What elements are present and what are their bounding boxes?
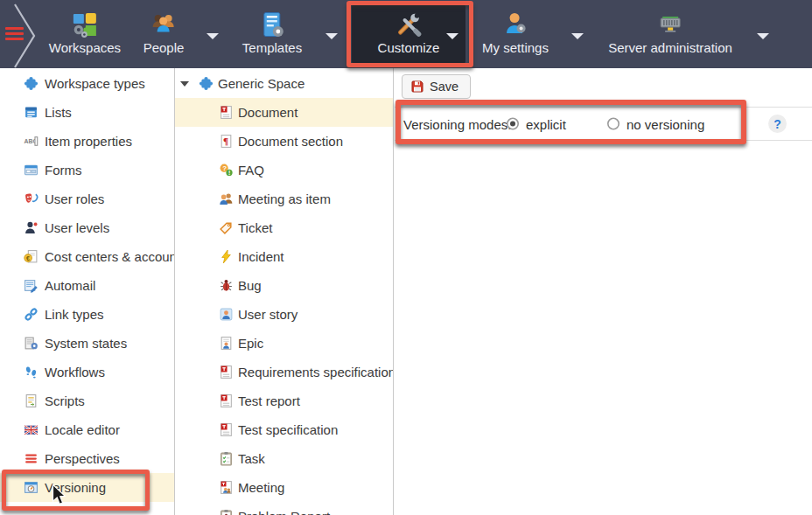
svg-text:!: ! <box>228 170 230 176</box>
generic-space-icon <box>199 76 214 91</box>
sidebar-item-user-roles[interactable]: User roles <box>0 184 174 213</box>
templates-icon <box>258 10 286 38</box>
tree-item-document-section[interactable]: ¶Document section <box>175 127 393 156</box>
versioning-icon <box>24 480 38 495</box>
automail-icon <box>24 278 38 293</box>
radio-explicit[interactable]: explicit <box>506 116 566 131</box>
sidebar-item-system-states[interactable]: System states <box>0 329 174 358</box>
sidebar-item-label: User roles <box>45 191 104 206</box>
user-story-icon <box>219 307 234 322</box>
meeting-as-item-icon <box>219 191 234 206</box>
sidebar-item-workspace-types[interactable]: Workspace types <box>0 69 174 98</box>
tree-item-faq[interactable]: ?!FAQ <box>175 156 393 184</box>
nav-item-server-administration[interactable]: Server administration <box>608 0 732 68</box>
tree-item-label: Problem Report <box>238 509 330 515</box>
sidebar-item-cost-centers-account[interactable]: €Cost centers & account <box>0 242 174 271</box>
link-types-icon <box>24 307 38 322</box>
nav-item-workspaces[interactable]: Workspaces <box>49 0 121 68</box>
sidebar-item-workflows[interactable]: Workflows <box>0 358 174 386</box>
sidebar-item-lists[interactable]: Lists <box>0 98 174 127</box>
tree-item-test-report[interactable]: Test report <box>175 386 393 415</box>
save-button[interactable]: Save <box>402 74 471 99</box>
sidebar-item-label: Locale editor <box>45 422 120 437</box>
user-roles-icon <box>24 191 38 206</box>
people-icon <box>150 10 178 38</box>
dropdown-arrow-icon[interactable] <box>446 33 458 39</box>
tree-collapse-arrow-icon[interactable] <box>180 81 189 87</box>
tree-item-label: Ticket <box>238 220 272 235</box>
sidebar-item-label: System states <box>45 336 127 351</box>
lists-icon <box>24 105 38 120</box>
tree-item-meeting[interactable]: Meeting <box>175 473 393 502</box>
tree-item-user-story[interactable]: User story <box>175 300 393 329</box>
tree-item-label: Meeting as item <box>238 191 331 206</box>
sidebar-item-versioning[interactable]: Versioning <box>0 473 174 502</box>
nav-item-label: Customize <box>378 40 440 55</box>
sidebar-item-forms[interactable]: Forms <box>0 156 174 184</box>
top-navigation-bar: WorkspacesPeopleTemplatesCustomizeMy set… <box>0 0 812 68</box>
nav-item-label: Templates <box>242 40 302 55</box>
system-states-icon <box>24 336 38 351</box>
radio-label: explicit <box>526 116 566 131</box>
svg-text:€: € <box>26 254 30 262</box>
dropdown-arrow-icon[interactable] <box>757 33 769 39</box>
tree-item-document[interactable]: Document <box>175 98 393 127</box>
sidebar-item-perspectives[interactable]: Perspectives <box>0 444 174 473</box>
tree-item-task[interactable]: Task <box>175 444 393 473</box>
my-settings-icon <box>501 10 529 38</box>
sidebar-item-item-properties[interactable]: ABCItem properties <box>0 127 174 156</box>
sidebar-item-label: Workspace types <box>45 76 145 91</box>
requirements-specification-icon <box>219 365 234 379</box>
nav-item-templates[interactable]: Templates <box>242 0 302 68</box>
nav-item-label: People <box>144 40 185 55</box>
faq-icon: ?! <box>219 163 234 177</box>
help-icon[interactable]: ? <box>768 115 787 133</box>
tree-item-label: Task <box>238 451 265 466</box>
perspectives-icon <box>24 451 38 466</box>
server-administration-icon <box>656 10 684 38</box>
test-specification-icon <box>219 422 234 437</box>
tree-item-test-specification[interactable]: Test specification <box>175 415 393 444</box>
sidebar-item-label: Item properties <box>45 134 132 149</box>
tree-root-generic-space[interactable]: Generic Space <box>175 69 393 98</box>
tree-item-meeting-as-item[interactable]: Meeting as item <box>175 184 393 213</box>
dropdown-arrow-icon[interactable] <box>571 33 584 39</box>
sidebar-item-label: Automail <box>45 278 95 293</box>
nav-item-customize[interactable]: Customize <box>378 0 440 68</box>
tree-item-bug[interactable]: Bug <box>175 271 393 300</box>
problem-report-icon <box>219 509 234 515</box>
tree-root-label: Generic Space <box>218 76 304 91</box>
sidebar-item-label: Forms <box>45 163 82 177</box>
sidebar-item-automail[interactable]: Automail <box>0 271 174 300</box>
sidebar-item-label: Lists <box>45 105 72 120</box>
bug-icon <box>219 278 234 293</box>
task-icon <box>219 451 234 466</box>
tree-item-requirements-specification[interactable]: Requirements specification <box>175 358 393 386</box>
locale-editor-icon <box>24 422 38 437</box>
save-button-label: Save <box>430 80 458 94</box>
nav-item-people[interactable]: People <box>144 0 185 68</box>
chevron-right-icon[interactable] <box>10 2 38 68</box>
sidebar-item-scripts[interactable]: Scripts <box>0 386 174 415</box>
tree-item-problem-report[interactable]: Problem Report <box>175 502 393 515</box>
tree-item-incident[interactable]: Incident <box>175 242 393 271</box>
admin-sidebar: Workspace typesListsABCItem propertiesFo… <box>0 68 175 515</box>
sidebar-item-link-types[interactable]: Link types <box>0 300 174 329</box>
test-report-icon <box>219 393 234 408</box>
versioning-modes-row: Versioning modes: ? explicitno versionin… <box>395 107 812 141</box>
sidebar-item-user-levels[interactable]: User levels <box>0 213 174 242</box>
sidebar-item-locale-editor[interactable]: Locale editor <box>0 415 174 444</box>
item-properties-icon: ABC <box>24 134 38 149</box>
customize-icon <box>395 10 423 38</box>
tree-item-label: Incident <box>238 249 284 264</box>
dropdown-arrow-icon[interactable] <box>326 33 338 39</box>
tree-item-ticket[interactable]: Ticket <box>175 213 393 242</box>
application-window: WorkspacesPeopleTemplatesCustomizeMy set… <box>0 0 812 515</box>
sidebar-item-label: Scripts <box>45 393 85 408</box>
radio-no-versioning[interactable]: no versioning <box>606 116 704 131</box>
tree-item-label: Test specification <box>238 422 338 437</box>
tree-item-epic[interactable]: Epic <box>175 329 393 358</box>
dropdown-arrow-icon[interactable] <box>206 33 219 39</box>
nav-item-my-settings[interactable]: My settings <box>482 0 549 68</box>
svg-text:¶: ¶ <box>223 136 228 146</box>
